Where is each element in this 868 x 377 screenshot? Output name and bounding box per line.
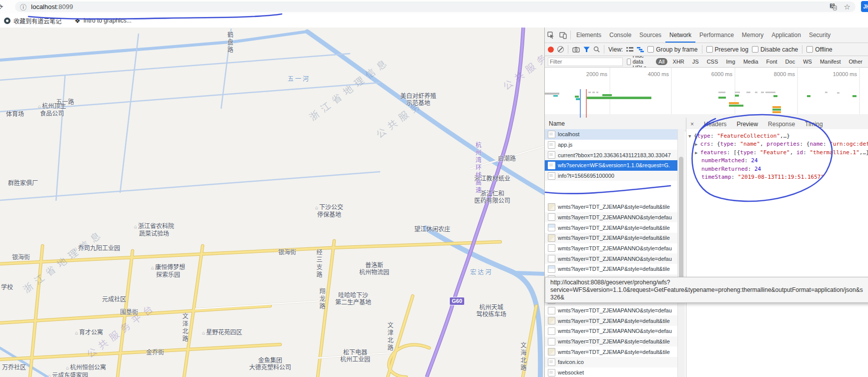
youdao-favicon	[4, 18, 11, 24]
map-label: 文泽北路	[181, 313, 188, 343]
graphics-favicon: ❖	[75, 18, 81, 24]
filter-type-all[interactable]: All	[656, 58, 667, 65]
request-name: current?bbox=120.33636143112183,30.33047	[558, 152, 671, 158]
reload-icon[interactable]: ⟳	[0, 3, 6, 12]
bookmark-star-icon[interactable]: ☆	[844, 3, 850, 12]
filter-type-ws[interactable]: WS	[800, 58, 814, 65]
request-row[interactable]: wmts?layer=TDT_ZJEMAP&style=default&tile	[545, 222, 677, 233]
tab-elements[interactable]: Elements	[572, 28, 605, 43]
view-waterfall-icon[interactable]	[637, 47, 644, 53]
filter-type-manifest[interactable]: Manifest	[817, 58, 843, 65]
request-row[interactable]: wmts?layer=TDT_ZJEMAPANNO&style=defau	[545, 212, 677, 223]
bookmark-intro-graphics[interactable]: ❖ Intro to graphics...	[75, 17, 132, 24]
map-label: 学校	[1, 284, 13, 291]
filter-type-font[interactable]: Font	[764, 58, 780, 65]
tab-console[interactable]: Console	[605, 28, 635, 43]
bookmark-youdao[interactable]: 收藏到有道云笔记	[4, 17, 62, 25]
tile-thumbnail-icon	[548, 317, 555, 324]
request-row[interactable]: wmts?layer=TDT_ZJEMAP&style=default&tile	[545, 346, 677, 357]
view-label: View:	[608, 46, 623, 53]
scrollbar-thumb[interactable]	[679, 157, 683, 289]
map-label: ⌂杭州恒创公寓	[66, 364, 106, 371]
screenshot-camera-icon[interactable]	[572, 47, 580, 53]
request-row[interactable]: wmts?layer=TDT_ZJEMAP&style=default&tile	[545, 336, 677, 347]
disclosure-arrow-icon[interactable]: ▼	[688, 134, 694, 139]
request-row[interactable]: favicon.ico	[545, 357, 677, 367]
preserve-log-checkbox[interactable]: Preserve log	[706, 46, 748, 53]
map-label: 文津北路	[386, 322, 393, 352]
request-list-scrollbar[interactable]	[677, 129, 685, 377]
document-icon	[548, 141, 555, 149]
filter-type-xhr[interactable]: XHR	[670, 58, 687, 65]
clear-icon[interactable]	[557, 46, 564, 53]
disable-cache-checkbox[interactable]: Disable cache	[752, 46, 798, 53]
request-row[interactable]: app.js	[545, 140, 677, 150]
document-icon	[548, 369, 555, 376]
map-canvas[interactable]: 体育场⌂杭州顶生 食品公司五一路鹤盘路美白对虾养殖 示范基地五一河启潮路浙江教材…	[0, 28, 544, 377]
hide-data-urls-checkbox[interactable]: Hide data URLs	[627, 56, 652, 68]
json-string: "thermalline.1"	[809, 149, 859, 156]
detail-tab-headers[interactable]: Headers	[700, 119, 730, 130]
tab-security[interactable]: Security	[805, 28, 834, 43]
map-label: 翔龙路	[318, 288, 325, 310]
network-overview-timeline[interactable]: 2000 ms4000 ms6000 ms8000 ms10000 ms	[545, 68, 868, 118]
request-row[interactable]: wmts?layer=TDT_ZJEMAP&style=default&tile	[545, 202, 677, 212]
map-label: 万乔社区	[2, 364, 26, 371]
filter-input[interactable]	[548, 58, 623, 66]
page-info-icon[interactable]: ⓘ	[20, 2, 27, 12]
disclosure-arrow-icon[interactable]: ▶	[695, 142, 700, 147]
record-button[interactable]	[548, 47, 554, 53]
inspect-element-icon[interactable]	[545, 28, 557, 43]
device-toolbar-icon[interactable]	[557, 28, 569, 43]
poi-building-icon: ⌂	[202, 330, 205, 335]
request-row[interactable]: localhost	[545, 129, 677, 140]
close-icon[interactable]: ×	[686, 121, 698, 128]
request-row[interactable]: info?t=1565695100000	[545, 171, 677, 181]
json-key: timeStamp	[701, 174, 731, 180]
tab-sources[interactable]: Sources	[635, 28, 665, 43]
search-icon[interactable]	[593, 46, 600, 53]
detail-tab-preview[interactable]: Preview	[732, 119, 762, 130]
json-number: 24	[751, 157, 757, 164]
json-preview-line: ▶ crs: {type: "name", properties: {name:…	[688, 140, 868, 148]
request-row[interactable]: wmts?layer=TDT_ZJEMAP&style=default&tile	[545, 315, 677, 326]
request-row[interactable]: wmts?layer=TDT_ZJEMAPANNO&style=defau	[545, 326, 677, 336]
request-name: wmts?layer=TDT_ZJEMAP&style=default&tile	[558, 338, 670, 344]
request-row[interactable]: wmts?layer=TDT_ZJEMAP&style=default&tile	[545, 264, 677, 274]
detail-tab-timing[interactable]: Timing	[801, 119, 827, 130]
avatar[interactable]: JH	[861, 1, 868, 12]
view-list-icon[interactable]	[626, 47, 633, 53]
json-punct: ,…}	[859, 149, 868, 156]
timeline-tick: 8000 ms	[774, 71, 795, 77]
group-by-frame-checkbox[interactable]: Group by frame	[647, 46, 697, 53]
filter-type-media[interactable]: Media	[741, 58, 761, 65]
filter-type-doc[interactable]: Doc	[783, 58, 798, 65]
filter-type-img[interactable]: Img	[723, 58, 737, 65]
request-row[interactable]: wmts?layer=TDT_ZJEMAPANNO&style=defau	[545, 243, 677, 254]
request-row[interactable]: wmts?layer=TDT_ZJEMAPANNO&style=defau	[545, 305, 677, 316]
offline-checkbox[interactable]: Offline	[806, 46, 832, 53]
request-row[interactable]: websocket	[545, 367, 677, 377]
request-row[interactable]: wmts?layer=TDT_ZJEMAP&style=default&tile	[545, 233, 677, 243]
tab-network[interactable]: Network	[665, 28, 695, 43]
request-name: wmts?layer=TDT_ZJEMAP&style=default&tile	[558, 235, 670, 241]
url-bar[interactable]: ⓘ localhost :8099 文 A ☆	[15, 2, 855, 12]
tab-performance[interactable]: Performance	[695, 28, 738, 43]
json-string: "name"	[740, 141, 760, 147]
tab-application[interactable]: Application	[767, 28, 805, 43]
request-row[interactable]: current?bbox=120.33636143112183,30.33047	[545, 150, 677, 160]
translate-icon[interactable]: 文 A	[829, 3, 837, 11]
name-column-header[interactable]: Name	[549, 120, 565, 127]
tab-memory[interactable]: Memory	[738, 28, 767, 43]
detail-tab-response[interactable]: Response	[764, 119, 799, 130]
filter-type-js[interactable]: JS	[690, 58, 701, 65]
request-row[interactable]: wmts?layer=TDT_ZJEMAPANNO&style=defau	[545, 253, 677, 264]
disclosure-arrow-icon[interactable]: ▶	[695, 150, 700, 155]
request-row[interactable]: wfs?service=WFS&version=1.1.0&request=G.	[545, 160, 677, 171]
filter-funnel-icon[interactable]	[583, 47, 590, 53]
json-string: "Feature"	[760, 149, 790, 156]
json-preview-line: ▶ features: [{type: "Feature", id: "ther…	[688, 149, 868, 157]
filter-type-css[interactable]: CSS	[704, 58, 721, 65]
map-label: 经三支路	[315, 249, 322, 279]
filter-type-other[interactable]: Other	[846, 58, 865, 65]
